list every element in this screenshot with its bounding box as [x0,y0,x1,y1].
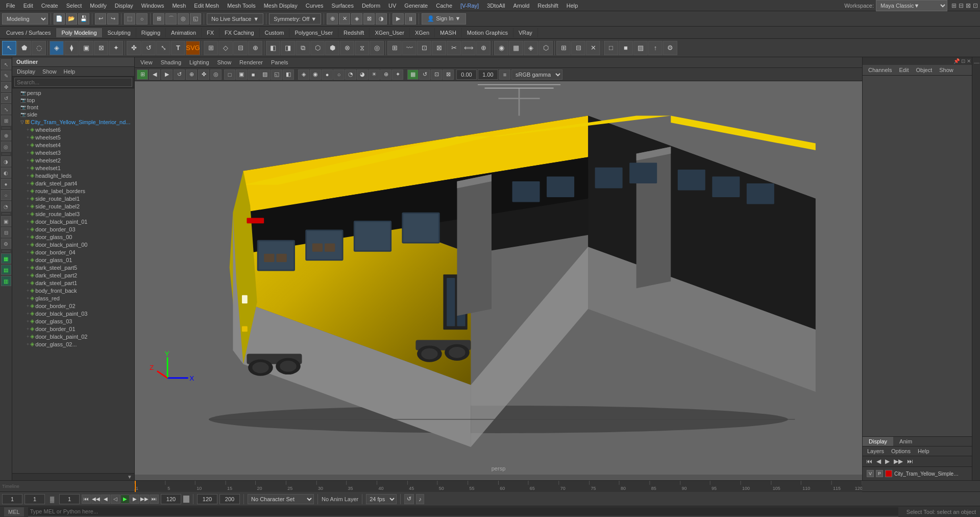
no-live-surface[interactable]: No Live Surface ▼ [207,13,263,25]
symmetrize-btn[interactable]: ⊟ [571,41,585,55]
tab-curves-surfaces[interactable]: Curves / Surfaces [1,28,56,37]
vp-loop-btn[interactable]: ↺ [174,69,185,80]
rb-tb-btn-prev[interactable]: ◀ [875,457,883,465]
right-maximize-btn[interactable]: ⊡ [961,58,965,64]
list-item[interactable]: + ◈ side_route_label2 [12,202,134,210]
list-item[interactable]: + ◈ headlight_leds [12,172,134,179]
left-smooth-btn[interactable]: ● [1,179,11,189]
left-seq-btn[interactable]: ▥ [1,276,11,286]
rb-tb-btn-next[interactable]: ▶▶ [892,457,904,465]
workspace-select[interactable]: Maya Classic▼ [876,0,947,11]
list-item[interactable]: + ◈ wheelset3 [12,149,134,156]
redo-btn[interactable]: ↪ [107,13,118,25]
list-item[interactable]: + ◈ door_border_03 [12,225,134,233]
left-attr-btn[interactable]: ⚙ [1,239,11,249]
list-item[interactable]: + ◈ door_border_04 [12,248,134,256]
vertex-select-btn[interactable]: ◈ [50,41,64,55]
menu-mesh-display[interactable]: Mesh Display [260,2,302,10]
list-item[interactable]: + ◈ wheelset5 [12,133,134,141]
list-item[interactable]: + ◈ door_glass_01 [12,256,134,264]
status-command-input[interactable] [28,507,898,516]
scale-tool-btn[interactable]: ⤡ [156,41,170,55]
menu-uv[interactable]: UV [384,2,400,10]
outliner-scroll-down[interactable]: ▼ [127,474,132,480]
anim-range-end-input[interactable]: 120 [197,494,217,504]
vp-show2[interactable]: ⊡ [431,69,442,80]
face-select-btn[interactable]: ▣ [79,41,93,55]
rotate-tool-btn[interactable]: ↺ [141,41,156,55]
list-item[interactable]: + ◈ dark_steel_part4 [12,179,134,187]
left-universal-btn[interactable]: ⊞ [1,115,11,126]
snap-surface-btn[interactable]: ◱ [190,13,201,25]
list-item[interactable]: + ◈ door_border_01 [12,325,134,333]
rb-tb-btn-last[interactable]: ⏭ [905,457,915,465]
transform-btn2[interactable]: ✕ [339,13,350,25]
list-item[interactable]: ▽ ⊞ City_Tram_Yellow_Simple_Interior_nd.… [12,118,134,126]
vp-display-mode4[interactable]: ▨ [259,69,271,80]
list-item[interactable]: + ◈ wheelset1 [12,164,134,172]
new-scene-btn[interactable]: 📄 [54,13,65,25]
save-scene-btn[interactable]: 💾 [78,13,89,25]
menu-select[interactable]: Select [62,2,86,10]
vp-more-btn[interactable]: ≡ [499,69,510,80]
transform-btn1[interactable]: ⊕ [327,13,338,25]
vp-menu-panels[interactable]: Panels [270,59,290,66]
right-pin-btn[interactable]: 📌 [953,58,960,64]
left-paint-btn[interactable]: ✎ [1,70,11,81]
reduce-btn[interactable]: ◈ [524,41,538,55]
menu-generate[interactable]: Generate [400,2,432,10]
transform-btn5[interactable]: ◑ [376,13,387,25]
tab-fx[interactable]: FX [202,28,219,37]
list-item[interactable]: + ◈ door_glass_03 [12,317,134,325]
list-item[interactable]: + ◈ door_border_02 [12,302,134,310]
list-item[interactable]: + ◈ dark_steel_part5 [12,264,134,271]
tab-rigging[interactable]: Rigging [136,28,166,37]
extract-btn[interactable]: ⬡ [310,41,325,55]
left-sculpt-btn[interactable]: ◑ [1,156,11,167]
tab-fx-caching[interactable]: FX Caching [219,28,259,37]
outliner-search-input[interactable] [14,78,132,87]
menu-mesh-tools[interactable]: Mesh Tools [223,2,259,10]
transform-btn4[interactable]: ⊠ [363,13,375,25]
shaded-btn[interactable]: ■ [619,41,633,55]
list-item[interactable]: + ◈ door_glass_00 [12,233,134,241]
text-tool-btn[interactable]: T [171,41,185,55]
vp-menu-lighting[interactable]: Lighting [188,59,211,66]
list-item[interactable]: + ◈ route_label_borders [12,187,134,195]
vp-pan-btn[interactable]: ✤ [198,69,209,80]
list-item[interactable]: + ◈ body_front_back [12,287,134,294]
outliner-menu-show[interactable]: Show [41,68,58,75]
menu-vray[interactable]: [V-Ray] [456,2,483,10]
wireframe-btn[interactable]: □ [604,41,618,55]
list-item[interactable]: + ◈ door_glass_02... [12,340,134,348]
vp-gamma-select[interactable]: sRGB gamma [511,69,562,80]
select-tool-btn[interactable]: ↖ [2,41,16,55]
vp-display-mode3[interactable]: ■ [248,69,259,80]
vp-shading2[interactable]: ◉ [310,69,321,80]
timeline-range-bar[interactable] [183,496,189,503]
audio-btn[interactable]: ♪ [416,494,424,504]
list-item[interactable]: + ◈ dark_steel_part2 [12,271,134,279]
no-character-set-select[interactable]: No Character Set [248,494,314,504]
bevel-btn[interactable]: ◇ [218,41,233,55]
vp-grid-btn[interactable]: ▦ [407,69,419,80]
list-item[interactable]: + ◈ wheelset4 [12,141,134,149]
menu-deform[interactable]: Deform [358,2,384,10]
snap-point-btn[interactable]: ◎ [178,13,189,25]
pb-step-fwd-btn[interactable]: ▶▶ [140,495,149,504]
sign-in-btn[interactable]: 👤 Sign In ▼ [422,13,466,25]
left-rotate-btn[interactable]: ↺ [1,93,11,103]
current-frame-input[interactable]: 1 [2,494,22,504]
left-relax-btn[interactable]: ○ [1,190,11,200]
vp-display-mode2[interactable]: ▣ [236,69,247,80]
mode-select[interactable]: Modeling [2,13,48,25]
viewport-canvas[interactable]: X Y Z persp [135,81,862,475]
vp-menu-renderer[interactable]: Renderer [238,59,264,66]
vp-input1[interactable]: 0.00 [456,69,477,80]
vp-shading9[interactable]: ✦ [392,69,403,80]
undo-btn[interactable]: ↩ [95,13,106,25]
lasso-select-btn[interactable]: ◌ [32,41,46,55]
mirror-btn[interactable]: ⊞ [556,41,571,55]
render-btn1[interactable]: ▶ [393,13,404,25]
left-display-btn[interactable]: ▣ [1,216,11,226]
